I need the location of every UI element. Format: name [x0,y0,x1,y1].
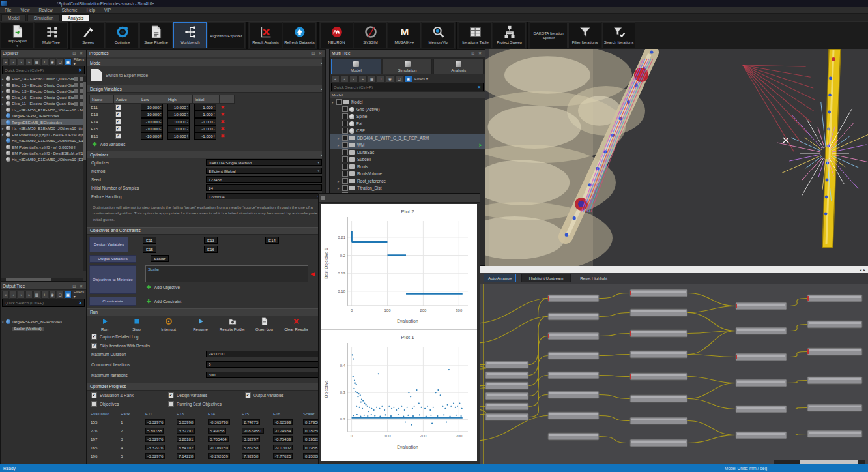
neuron-button[interactable]: NEURON [320,22,353,48]
multi-tree-button[interactable]: Multi-Tree [35,22,68,48]
pipeline-node[interactable] [630,395,687,402]
multi-tree-item[interactable]: Roots [330,163,485,170]
panel-pin-close-icons[interactable]: ⊡ ✕ [72,284,84,288]
back-icon[interactable]: « [2,291,9,299]
objective-expression-box[interactable]: Scalar [145,265,308,282]
pipeline-node[interactable] [807,348,862,355]
dropdown-arrow-icon[interactable]: ▾ [16,44,18,48]
strip-menu-icon[interactable]: ▸ [863,267,865,272]
musaik-button[interactable]: MMUSAIK++ [388,22,421,48]
checkbox[interactable] [91,401,97,407]
pipeline-node[interactable] [630,330,687,337]
fwd-icon[interactable]: » [25,291,33,299]
tree-item[interactable]: ▸Elec_13 - Electro Ohmic Quasi-Stat. [1,88,86,95]
multi-tree-root[interactable]: ▾Model [330,98,485,106]
info-icon[interactable]: i [377,75,385,83]
box-icon[interactable]: ▢ [57,291,64,299]
properties-header[interactable]: Properties ⊡ ✕ [87,50,325,57]
spinner-icon[interactable]: ▴▾ [160,120,162,124]
clear-search-icon[interactable]: ✕ [79,301,82,306]
box-icon[interactable]: ▢ [57,58,64,66]
value-input[interactable]: 10.000▴▾ [167,118,190,125]
value-input[interactable]: -1.000▴▾ [194,132,216,140]
checkbox[interactable] [342,135,348,141]
menu-item-help[interactable]: Help [82,7,100,13]
multi-tree-item[interactable]: Fat [330,120,485,127]
next-icon[interactable]: › [349,75,358,83]
section-header-run[interactable]: Run▴ [87,308,325,316]
active-checkbox[interactable]: ✔ [115,126,121,132]
expander-icon[interactable]: ▸ [338,143,342,147]
pipeline-node[interactable] [807,321,862,328]
delete-variable-button[interactable]: ✖ [221,119,225,125]
stop-button[interactable]: Stop [121,317,152,331]
value-input[interactable]: -10.000▴▾ [141,111,163,118]
pipeline-node[interactable] [485,372,528,379]
explorer-vscrollbar[interactable] [83,76,86,271]
checkbox[interactable] [342,149,348,155]
value-input[interactable]: -1.000▴▾ [194,104,216,111]
resume-button[interactable]: Resume [184,317,216,331]
method-select[interactable]: Efficient Global▾ [206,168,322,174]
failure-handling-select[interactable]: Continue▾ [206,193,322,199]
run-button[interactable]: Run [89,317,121,331]
result-row[interactable]: 27625.897883.327915.49158-0.829881-0.249… [89,426,325,435]
fwd-icon[interactable]: » [358,75,367,83]
pipeline-node[interactable] [736,432,787,439]
active-checkbox[interactable]: ✔ [115,119,121,125]
clear-search-icon[interactable]: ✕ [478,85,481,90]
filters-dropdown[interactable]: Filters ▾ [74,290,85,299]
active-checkbox[interactable]: ✔ [115,111,121,117]
output-item-child[interactable]: Scalar (Verified) [1,325,86,331]
multi-tree-search[interactable]: Quick Search (Ctrl+F) ✕ [331,83,484,91]
checkbox[interactable] [342,185,348,191]
switch-expert-mode-button[interactable]: Switch to Expert Mode [106,73,148,78]
optimize-button[interactable]: Optimize [106,22,139,48]
memoryviz-button[interactable]: MemoryViz [422,22,455,48]
delete-variable-button[interactable]: ✖ [221,133,225,139]
add-objective-button[interactable]: Add Objective [154,285,180,289]
pipeline-node[interactable] [548,352,599,359]
pipeline-node[interactable] [548,313,599,320]
result-row[interactable]: 1973-3.329763.201810.7054643.32797-0.754… [89,435,325,443]
search-iterations-button[interactable]: Search Iterations [602,22,635,48]
checkbox[interactable] [342,142,348,148]
menu-item-file[interactable]: File [0,7,16,13]
checkbox[interactable]: ✔ [168,392,174,398]
pipeline-node[interactable] [630,309,687,316]
tree-item[interactable]: ▸Hx_v3ExM50_E1ExM50_JOthers10_titration [1,125,86,132]
spinner-icon[interactable]: ▴▾ [214,127,215,131]
explorer-search[interactable]: Quick Search (Ctrl+F) ✕ [2,66,85,74]
pipeline-node[interactable] [807,377,862,384]
result-row[interactable]: 1654-3.329766.84102-0.1897595.85758-9.07… [89,443,325,452]
multi-tree-header[interactable]: Multi Tree ⊡ ✕ [330,50,485,57]
multi-tree-item[interactable]: Subcell [330,156,485,163]
panel-pin-close-icons[interactable]: ⊡ ✕ [72,51,84,55]
spinner-icon[interactable]: ▴▾ [187,113,188,117]
pipeline-node[interactable] [736,406,787,413]
result-analysis-button[interactable]: Result Analysis [249,22,282,48]
checkbox[interactable]: ✔ [245,392,251,398]
multi-tree-tab-model[interactable]: Model [331,59,381,74]
spinner-icon[interactable]: ▴▾ [187,127,188,131]
add-variables-button[interactable]: Add Variables [100,142,126,147]
output-tree-header[interactable]: Output Tree ⊡ ✕ [1,282,86,290]
algorithm-explorer-button[interactable]: Algorithm Explorer [207,22,245,48]
checkbox[interactable]: ✔ [91,343,97,349]
multi-tree-tab-simulation[interactable]: Simulation [383,59,433,74]
spinner-icon[interactable]: ▴▾ [214,120,215,124]
menu-item-review[interactable]: Review [34,7,57,13]
spinner-icon[interactable]: ▴▾ [160,106,162,110]
section-header-optimizer[interactable]: Optimizer▴ [87,151,325,158]
iterations-table-button[interactable]: Iterations Table [459,22,492,48]
checkbox[interactable]: ✔ [91,334,97,340]
multi-tree-item[interactable]: CSF [330,127,485,134]
value-input[interactable]: -1.000▴▾ [194,118,216,125]
eye-icon[interactable]: ◉ [386,75,394,83]
expander-icon[interactable]: ▸ [338,136,342,140]
clear-results-button[interactable]: Clear Results [280,317,312,331]
badge-icon[interactable] [74,95,79,100]
spinner-icon[interactable]: ▴▾ [160,134,162,138]
sweep-button[interactable]: Sweep [72,22,105,48]
tree-item[interactable]: TargetE5ExM5_BElectrodes [1,119,86,126]
